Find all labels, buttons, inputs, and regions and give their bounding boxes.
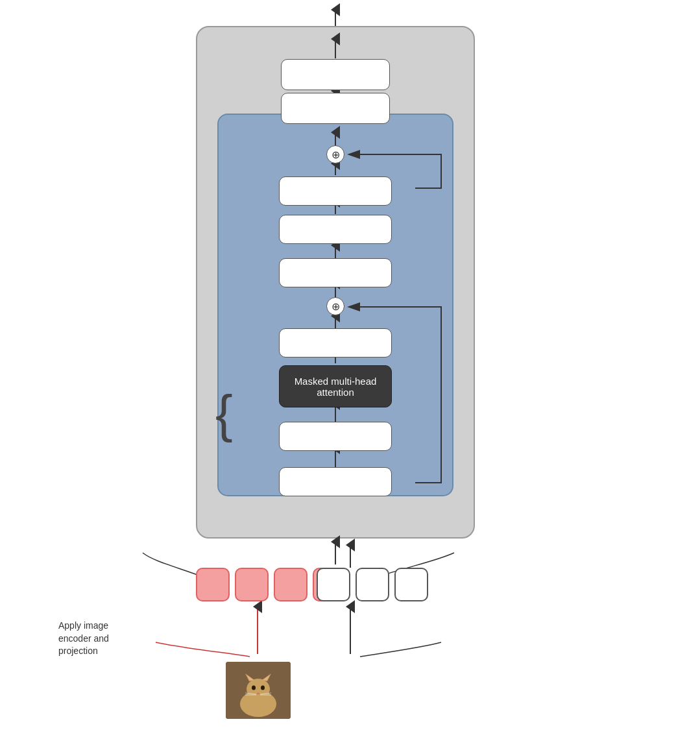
add-circle-top: ⊕ <box>326 145 344 164</box>
dropout-bottom-box <box>279 467 392 496</box>
final-layernorm-box <box>281 93 390 124</box>
svg-point-25 <box>252 686 256 690</box>
dropout-top-box <box>279 176 392 206</box>
cat-svg <box>226 662 291 719</box>
img-emb-2 <box>235 568 269 601</box>
masked-attention-box: Masked multi-headattention <box>279 365 392 407</box>
nx-annotation: { <box>213 396 233 427</box>
txt-emb-2 <box>356 568 389 601</box>
add-circle-bottom: ⊕ <box>326 297 344 315</box>
main-diagram: ⊕ ⊕ Masked multi-headattention { <box>0 0 700 739</box>
linear-output-box <box>281 59 390 90</box>
img-emb-3 <box>274 568 308 601</box>
dropout-mid-box <box>279 328 392 357</box>
txt-emb-1 <box>317 568 350 601</box>
cat-image <box>226 662 291 719</box>
layernorm2-box <box>279 258 392 287</box>
apply-image-label: Apply imageencoder andprojection <box>58 620 109 658</box>
text-embeddings-row <box>317 568 428 601</box>
feed-forward-box <box>279 215 392 244</box>
svg-point-20 <box>247 679 270 699</box>
txt-emb-3 <box>394 568 428 601</box>
img-emb-1 <box>196 568 230 601</box>
svg-point-26 <box>261 686 265 690</box>
layernorm1-box <box>279 422 392 451</box>
